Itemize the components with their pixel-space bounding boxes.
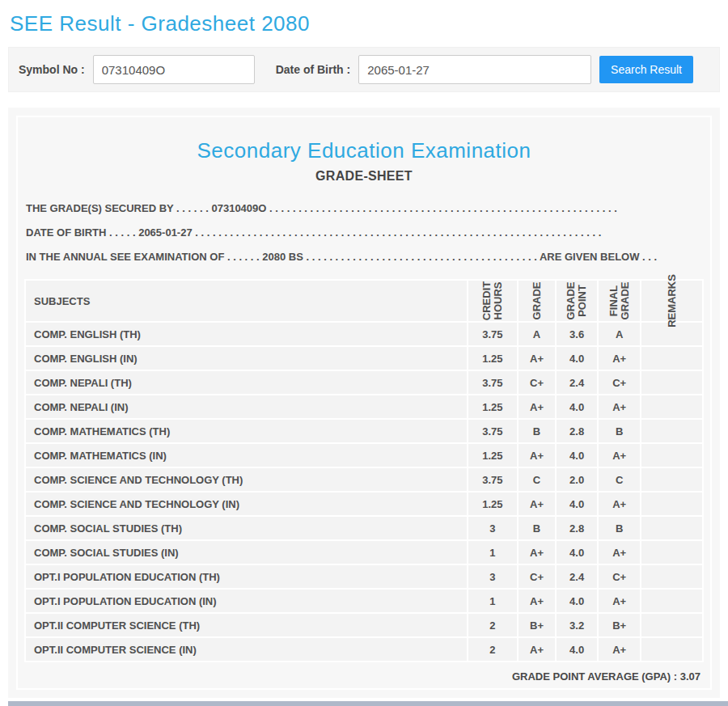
final-grade-cell: C <box>598 467 641 492</box>
final-grade-cell: A+ <box>598 443 641 467</box>
grade-point-cell: 4.0 <box>556 492 599 516</box>
grade-point-cell: 3.6 <box>556 322 599 346</box>
grade-point-cell: 2.4 <box>556 564 599 589</box>
credit-hours-cell: 3.75 <box>468 370 518 395</box>
grade-point-cell: 4.0 <box>556 589 599 613</box>
table-row: OPT.I POPULATION EDUCATION (TH)3C+2.4C+ <box>25 564 703 589</box>
remarks-header-label: REMARKS <box>666 274 677 328</box>
grade-point-cell: 2.0 <box>556 467 599 492</box>
grade-cell: A+ <box>518 589 556 613</box>
table-row: COMP. ENGLISH (IN)1.25A+4.0A+ <box>25 346 703 370</box>
table-row: COMP. SCIENCE AND TECHNOLOGY (IN)1.25A+4… <box>25 492 703 516</box>
credit-hours-cell: 3 <box>468 564 518 589</box>
sheet-heading: Secondary Education Examination <box>24 138 704 163</box>
grade-point-cell: 2.8 <box>556 419 599 443</box>
gpa-line: GRADE POINT AVERAGE (GPA) : 3.07 <box>24 670 704 683</box>
grade-cell: B+ <box>518 613 556 637</box>
grade-point-cell: 2.8 <box>556 516 599 540</box>
grade-point-header: GRADE POINT <box>556 280 599 322</box>
remarks-cell <box>641 467 703 492</box>
subject-cell: OPT.I POPULATION EDUCATION (IN) <box>25 589 468 613</box>
subject-cell: COMP. ENGLISH (TH) <box>25 322 468 346</box>
gradesheet-inner-box: Secondary Education Examination GRADE-SH… <box>16 116 712 690</box>
final-grade-header: FINAL GRADE <box>598 280 641 322</box>
remarks-cell <box>641 540 703 564</box>
credit-hours-cell: 3.75 <box>468 419 518 443</box>
table-row: OPT.II COMPUTER SCIENCE (IN)2A+4.0A+ <box>25 637 703 662</box>
table-row: OPT.I POPULATION EDUCATION (IN)1A+4.0A+ <box>25 589 703 613</box>
final-grade-cell: A <box>598 322 641 346</box>
table-row: COMP. ENGLISH (TH)3.75A3.6A <box>25 322 703 346</box>
credit-hours-cell: 1 <box>468 540 518 564</box>
grade-point-cell: 4.0 <box>556 395 599 419</box>
remarks-cell <box>641 395 703 419</box>
credit-hours-cell: 3.75 <box>468 467 518 492</box>
bottom-scrollbar[interactable] <box>8 701 728 706</box>
table-row: COMP. MATHEMATICS (TH)3.75B2.8B <box>25 419 703 443</box>
subject-cell: COMP. SCIENCE AND TECHNOLOGY (IN) <box>25 492 468 516</box>
grade-cell: A <box>518 322 556 346</box>
remarks-cell <box>641 419 703 443</box>
credit-hours-header: CREDIT HOURS <box>468 280 518 322</box>
grades-table-body: COMP. ENGLISH (TH)3.75A3.6ACOMP. ENGLISH… <box>25 322 703 662</box>
final-grade-cell: A+ <box>598 395 641 419</box>
subject-cell: COMP. NEPALI (IN) <box>25 395 468 419</box>
credit-hours-cell: 1.25 <box>468 492 518 516</box>
remarks-cell <box>641 589 703 613</box>
subject-cell: COMP. SCIENCE AND TECHNOLOGY (TH) <box>25 467 468 492</box>
final-grade-cell: A+ <box>598 540 641 564</box>
final-grade-cell: B <box>598 516 641 540</box>
credit-hours-cell: 3 <box>468 516 518 540</box>
grade-cell: A+ <box>518 492 556 516</box>
table-row: OPT.II COMPUTER SCIENCE (TH)2B+3.2B+ <box>25 613 703 637</box>
remarks-cell <box>641 346 703 370</box>
remarks-cell <box>641 637 703 662</box>
secured-by-line: THE GRADE(S) SECURED BY . . . . . . 0731… <box>24 197 704 221</box>
final-grade-cell: A+ <box>598 589 641 613</box>
final-grade-cell: B <box>598 419 641 443</box>
table-row: COMP. NEPALI (TH)3.75C+2.4C+ <box>25 370 703 395</box>
grade-cell: A+ <box>518 540 556 564</box>
grade-cell: C <box>518 467 556 492</box>
table-row: COMP. SOCIAL STUDIES (TH)3B2.8B <box>25 516 703 540</box>
final-grade-cell: B+ <box>598 613 641 637</box>
grade-point-cell: 3.2 <box>556 613 599 637</box>
grade-header: GRADE <box>518 280 556 322</box>
final-grade-cell: C+ <box>598 564 641 589</box>
credit-hours-cell: 1 <box>468 589 518 613</box>
subject-cell: COMP. ENGLISH (IN) <box>25 346 468 370</box>
page-title: SEE Result - Gradesheet 2080 <box>10 11 728 36</box>
subjects-header: SUBJECTS <box>25 280 468 322</box>
remarks-cell <box>641 516 703 540</box>
grade-cell: B <box>518 516 556 540</box>
exam-year-line: IN THE ANNUAL SEE EXAMINATION OF . . . .… <box>24 245 704 269</box>
gradesheet-panel: Secondary Education Examination GRADE-SH… <box>8 108 720 698</box>
symbol-no-label: Symbol No : <box>19 63 85 76</box>
remarks-header: REMARKS <box>641 280 703 322</box>
table-row: COMP. SOCIAL STUDIES (IN)1A+4.0A+ <box>25 540 703 564</box>
search-result-button[interactable]: Search Result <box>599 56 693 83</box>
date-of-birth-line: DATE OF BIRTH . . . . . 2065-01-27 . . .… <box>24 221 704 245</box>
remarks-cell <box>641 613 703 637</box>
remarks-cell <box>641 492 703 516</box>
date-of-birth-input[interactable] <box>358 55 591 84</box>
credit-hours-cell: 2 <box>468 637 518 662</box>
subject-cell: COMP. SOCIAL STUDIES (TH) <box>25 516 468 540</box>
subject-cell: COMP. MATHEMATICS (TH) <box>25 419 468 443</box>
grade-point-cell: 4.0 <box>556 637 599 662</box>
grade-cell: B <box>518 419 556 443</box>
credit-hours-cell: 3.75 <box>468 322 518 346</box>
final-grade-cell: A+ <box>598 346 641 370</box>
table-row: COMP. SCIENCE AND TECHNOLOGY (TH)3.75C2.… <box>25 467 703 492</box>
subject-cell: COMP. NEPALI (TH) <box>25 370 468 395</box>
credit-hours-header-label: CREDIT HOURS <box>481 281 505 320</box>
search-panel: Symbol No : Date of Birth : Search Resul… <box>8 47 720 92</box>
credit-hours-cell: 2 <box>468 613 518 637</box>
grade-cell: A+ <box>518 443 556 467</box>
sheet-subheading: GRADE-SHEET <box>24 169 704 184</box>
subject-cell: COMP. SOCIAL STUDIES (IN) <box>25 540 468 564</box>
grade-point-cell: 2.4 <box>556 370 599 395</box>
subject-cell: COMP. MATHEMATICS (IN) <box>25 443 468 467</box>
final-grade-cell: A+ <box>598 492 641 516</box>
symbol-no-input[interactable] <box>93 55 255 84</box>
